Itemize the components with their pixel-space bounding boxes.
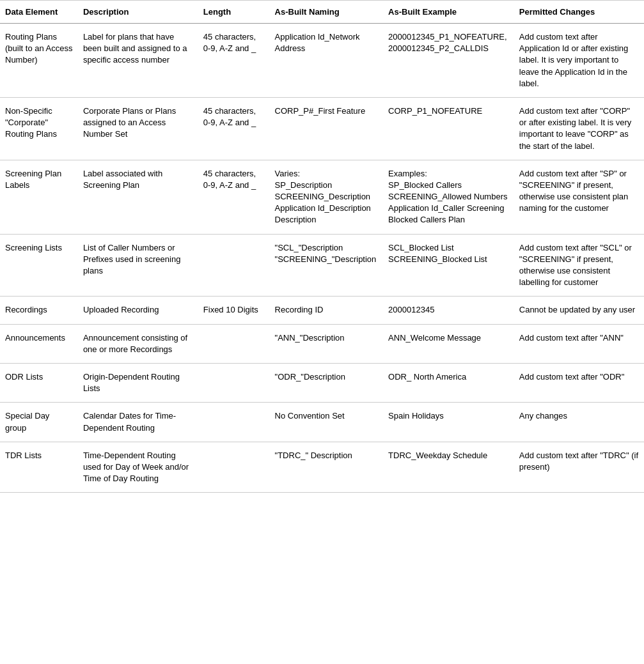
cell-data-element: Screening Plan Labels: [0, 160, 78, 234]
cell-asbuilt-naming: "SCL_"Description"SCREENING_"Description: [270, 234, 384, 297]
table-row: Special Day groupCalendar Dates for Time…: [0, 403, 644, 442]
cell-asbuilt-example: TDRC_Weekday Schedule: [383, 442, 514, 493]
cell-length: Fixed 10 Digits: [198, 297, 270, 324]
header-asbuilt-naming: As-Built Naming: [270, 1, 384, 24]
cell-length: 45 characters, 0-9, A-Z and _: [198, 160, 270, 234]
cell-permitted-changes: Add custom text after "CORP" or after ex…: [514, 97, 644, 160]
cell-data-element: TDR Lists: [0, 442, 78, 493]
table-row: Screening Plan LabelsLabel associated wi…: [0, 160, 644, 234]
table-row: AnnouncementsAnnouncement consisting of …: [0, 324, 644, 363]
cell-asbuilt-example: ANN_Welcome Message: [383, 324, 514, 363]
data-elements-table: Data Element Description Length As-Built…: [0, 0, 644, 493]
cell-data-element: Special Day group: [0, 403, 78, 442]
cell-asbuilt-example: ODR_ North America: [383, 363, 514, 402]
cell-data-element: ODR Lists: [0, 363, 78, 402]
table-row: ODR ListsOrigin-Dependent Routing Lists"…: [0, 363, 644, 402]
cell-data-element: Announcements: [0, 324, 78, 363]
cell-description: Calendar Dates for Time-Dependent Routin…: [78, 403, 198, 442]
cell-permitted-changes: Add custom text after "SCL" or "SCREENIN…: [514, 234, 644, 297]
cell-asbuilt-naming: "ODR_"Description: [270, 363, 384, 402]
cell-description: Label associated with Screening Plan: [78, 160, 198, 234]
cell-asbuilt-naming: Recording ID: [270, 297, 384, 324]
table-row: Non-Specific "Corporate" Routing PlansCo…: [0, 97, 644, 160]
cell-asbuilt-naming: Varies:SP_DescriptionSCREENING_Descripti…: [270, 160, 384, 234]
table-row: Screening ListsList of Caller Numbers or…: [0, 234, 644, 297]
cell-permitted-changes: Add custom text after "ANN": [514, 324, 644, 363]
cell-permitted-changes: Any changes: [514, 403, 644, 442]
cell-asbuilt-naming: No Convention Set: [270, 403, 384, 442]
cell-asbuilt-example: CORP_P1_NOFEATURE: [383, 97, 514, 160]
cell-asbuilt-example: Examples:SP_Blocked CallersSCREENING_All…: [383, 160, 514, 234]
cell-description: Time-Dependent Routing used for Day of W…: [78, 442, 198, 493]
cell-length: [198, 363, 270, 402]
cell-data-element: Screening Lists: [0, 234, 78, 297]
cell-description: Announcement consisting of one or more R…: [78, 324, 198, 363]
cell-description: Uploaded Recording: [78, 297, 198, 324]
cell-asbuilt-naming: "TDRC_" Description: [270, 442, 384, 493]
header-data-element: Data Element: [0, 1, 78, 24]
table-row: RecordingsUploaded RecordingFixed 10 Dig…: [0, 297, 644, 324]
cell-length: [198, 324, 270, 363]
cell-asbuilt-naming: Application Id_Network Address: [270, 24, 384, 98]
cell-permitted-changes: Add custom text after Application Id or …: [514, 24, 644, 98]
header-asbuilt-example: As-Built Example: [383, 1, 514, 24]
cell-data-element: Non-Specific "Corporate" Routing Plans: [0, 97, 78, 160]
cell-asbuilt-example: 2000012345_P1_NOFEATURE, 2000012345_P2_C…: [383, 24, 514, 98]
table-row: TDR ListsTime-Dependent Routing used for…: [0, 442, 644, 493]
cell-asbuilt-naming: "ANN_"Description: [270, 324, 384, 363]
cell-length: [198, 442, 270, 493]
header-length: Length: [198, 1, 270, 24]
cell-length: [198, 403, 270, 442]
header-description: Description: [78, 1, 198, 24]
cell-description: Corporate Plans or Plans assigned to an …: [78, 97, 198, 160]
cell-description: Origin-Dependent Routing Lists: [78, 363, 198, 402]
table-row: Routing Plans (built to an Access Number…: [0, 24, 644, 98]
cell-description: Label for plans that have been built and…: [78, 24, 198, 98]
cell-description: List of Caller Numbers or Prefixes used …: [78, 234, 198, 297]
header-permitted-changes: Permitted Changes: [514, 1, 644, 24]
cell-data-element: Recordings: [0, 297, 78, 324]
cell-permitted-changes: Cannot be updated by any user: [514, 297, 644, 324]
cell-asbuilt-naming: CORP_P#_First Feature: [270, 97, 384, 160]
cell-asbuilt-example: 2000012345: [383, 297, 514, 324]
cell-length: 45 characters, 0-9, A-Z and _: [198, 24, 270, 98]
cell-asbuilt-example: Spain Holidays: [383, 403, 514, 442]
cell-permitted-changes: Add custom text after "TDRC" (if present…: [514, 442, 644, 493]
cell-data-element: Routing Plans (built to an Access Number…: [0, 24, 78, 98]
cell-permitted-changes: Add custom text after "ODR": [514, 363, 644, 402]
cell-length: 45 characters, 0-9, A-Z and _: [198, 97, 270, 160]
cell-permitted-changes: Add custom text after "SP" or "SCREENING…: [514, 160, 644, 234]
cell-length: [198, 234, 270, 297]
cell-asbuilt-example: SCL_Blocked ListSCREENING_Blocked List: [383, 234, 514, 297]
